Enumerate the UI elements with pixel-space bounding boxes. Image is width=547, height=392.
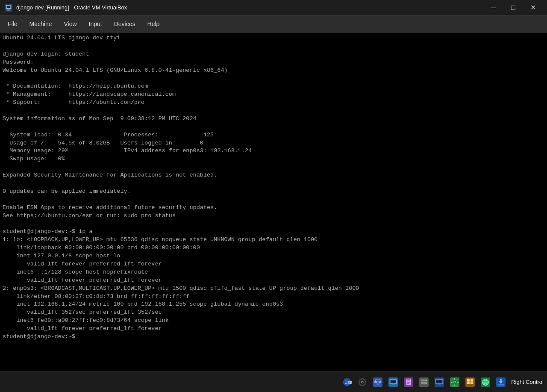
svg-point-33 [426, 380, 427, 381]
titlebar: django-dev [Running] - Oracle VM Virtual… [0, 0, 547, 15]
svg-rect-50 [471, 378, 473, 381]
menu-view[interactable]: View [58, 18, 82, 30]
svg-rect-5 [7, 10, 11, 10]
statusbar-icons: USB [340, 375, 508, 389]
terminal-output[interactable]: Ubuntu 24.04.1 LTS django-dev tty1 djang… [0, 32, 547, 371]
menu-machine[interactable]: Machine [24, 18, 58, 30]
menu-devices[interactable]: Devices [108, 18, 141, 30]
svg-rect-42 [454, 378, 455, 380]
right-control-label: Right Control [511, 379, 544, 385]
network-globe-icon[interactable] [479, 375, 492, 389]
menu-help[interactable]: Help [141, 18, 166, 30]
svg-point-11 [362, 381, 363, 383]
usb-icon[interactable]: USB [340, 375, 354, 389]
app-icon [4, 3, 13, 12]
svg-rect-48 [471, 381, 473, 384]
svg-rect-43 [454, 384, 455, 386]
close-button[interactable]: ✕ [523, 0, 543, 15]
minimize-button[interactable]: ─ [484, 0, 503, 15]
statusbar: USB [0, 371, 547, 392]
svg-point-41 [454, 381, 456, 383]
svg-text:USB: USB [345, 380, 352, 384]
svg-rect-22 [391, 380, 396, 383]
menu-input[interactable]: Input [83, 18, 108, 30]
display-settings-icon[interactable] [432, 375, 446, 389]
remote-icon[interactable] [386, 375, 400, 389]
menubar: File Machine View Input Devices Help [0, 15, 547, 32]
gear-icon[interactable] [448, 375, 462, 389]
optical-icon[interactable] [356, 375, 369, 389]
svg-rect-45 [457, 382, 459, 383]
drives-icon[interactable] [417, 375, 431, 389]
window-controls: ─ □ ✕ [484, 0, 543, 15]
svg-rect-26 [407, 378, 410, 380]
svg-rect-44 [451, 382, 453, 383]
window-title: django-dev [Running] - Oracle VM Virtual… [16, 4, 484, 11]
svg-rect-37 [436, 380, 443, 383]
svg-point-34 [426, 382, 427, 383]
svg-rect-46 [465, 377, 475, 387]
svg-rect-49 [467, 378, 470, 381]
svg-rect-4 [7, 9, 10, 10]
svg-rect-60 [498, 384, 504, 385]
svg-rect-59 [500, 379, 502, 381]
svg-rect-3 [7, 6, 11, 8]
download-icon[interactable] [494, 375, 508, 389]
svg-rect-14 [379, 381, 381, 383]
clipboard-icon[interactable] [402, 375, 415, 389]
maximize-button[interactable]: □ [503, 0, 523, 15]
network-icon[interactable] [371, 375, 385, 389]
addons-icon[interactable] [463, 375, 477, 389]
svg-rect-13 [374, 381, 377, 383]
svg-rect-47 [467, 381, 470, 384]
svg-rect-38 [438, 384, 441, 385]
svg-rect-15 [376, 383, 379, 385]
menu-file[interactable]: File [2, 18, 24, 30]
svg-rect-23 [391, 384, 394, 385]
